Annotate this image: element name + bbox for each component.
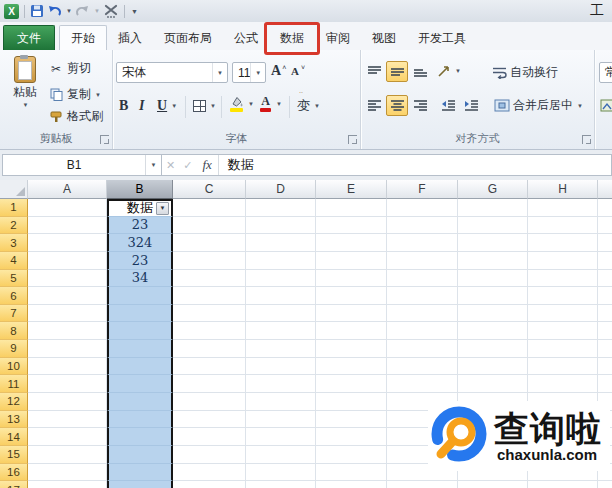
cell-D2[interactable] [246,217,316,235]
row-header-15[interactable]: 15 [0,446,28,464]
cell-E13[interactable] [316,411,387,429]
cell-F5[interactable] [387,270,458,288]
cell-D4[interactable] [246,252,316,270]
cell-filler-7[interactable] [598,305,612,323]
cell-A13[interactable] [28,411,107,429]
row-header-13[interactable]: 13 [0,411,28,429]
cell-C1[interactable] [173,199,246,217]
clipboard-dialog-launcher-icon[interactable] [100,135,109,144]
cell-H8[interactable] [528,322,598,340]
cell-F17[interactable] [387,481,458,488]
cell-D12[interactable] [246,393,316,411]
cell-G11[interactable] [458,375,528,393]
save-icon[interactable] [30,2,44,20]
cell-D15[interactable] [246,446,316,464]
cell-F2[interactable] [387,217,458,235]
cut-button[interactable]: ✂ 剪切 [48,60,91,77]
cell-filler-10[interactable] [598,358,612,376]
cell-B12[interactable] [107,393,173,411]
paste-button[interactable]: 粘贴 ▼ [8,56,42,108]
underline-button[interactable]: U ▼ [157,98,177,114]
bold-button[interactable]: B [119,98,128,114]
cell-B1[interactable]: 数据▼ [107,199,173,217]
cell-C16[interactable] [173,464,246,482]
row-header-14[interactable]: 14 [0,428,28,446]
cell-F6[interactable] [387,287,458,305]
column-header-E[interactable]: E [316,180,387,199]
cell-C5[interactable] [173,270,246,288]
undo-dropdown-icon[interactable]: ▼ [66,8,72,14]
column-header-A[interactable]: A [28,180,107,199]
cell-B2[interactable]: 23 [107,217,173,235]
tab-home[interactable]: 开始 [59,25,107,51]
cell-filler-9[interactable] [598,340,612,358]
merge-center-button[interactable]: 合并后居中 ▼ [494,97,583,114]
align-center-button[interactable] [386,95,408,116]
cell-D8[interactable] [246,322,316,340]
row-header-5[interactable]: 5 [0,270,28,288]
cell-A3[interactable] [28,234,107,252]
row-header-16[interactable]: 16 [0,464,28,482]
cell-F9[interactable] [387,340,458,358]
cell-D10[interactable] [246,358,316,376]
wrap-text-button[interactable]: 自动换行 [491,64,558,81]
cell-B13[interactable] [107,411,173,429]
cell-E3[interactable] [316,234,387,252]
cell-A14[interactable] [28,428,107,446]
cell-C2[interactable] [173,217,246,235]
cell-B14[interactable] [107,428,173,446]
align-top-button[interactable] [363,61,385,82]
cell-G7[interactable] [458,305,528,323]
row-header-9[interactable]: 9 [0,340,28,358]
row-header-6[interactable]: 6 [0,287,28,305]
cell-G2[interactable] [458,217,528,235]
orientation-button[interactable]: ▼ [437,64,461,78]
cell-F11[interactable] [387,375,458,393]
decrease-indent-button[interactable] [437,95,459,116]
cell-H9[interactable] [528,340,598,358]
cell-F10[interactable] [387,358,458,376]
tab-formulas[interactable]: 公式 [223,27,269,50]
cell-E10[interactable] [316,358,387,376]
cell-E8[interactable] [316,322,387,340]
shrink-font-button[interactable]: A˅ [291,65,305,77]
cell-E9[interactable] [316,340,387,358]
cell-A9[interactable] [28,340,107,358]
cell-E1[interactable] [316,199,387,217]
cell-filler-5[interactable] [598,270,612,288]
font-size-select[interactable]: 11 ▼ [232,62,266,83]
row-header-17[interactable]: 17 [0,481,28,488]
tab-developer[interactable]: 开发工具 [407,27,477,50]
cell-F4[interactable] [387,252,458,270]
cell-B17[interactable] [107,481,173,488]
column-header-G[interactable]: G [458,180,528,199]
cell-A5[interactable] [28,270,107,288]
cell-B16[interactable] [107,464,173,482]
cell-C6[interactable] [173,287,246,305]
italic-button[interactable]: I [139,98,144,114]
cell-E17[interactable] [316,481,387,488]
row-header-10[interactable]: 10 [0,358,28,376]
cell-C7[interactable] [173,305,246,323]
cell-A2[interactable] [28,217,107,235]
cell-B6[interactable] [107,287,173,305]
filter-dropdown-button[interactable]: ▼ [156,202,169,215]
cell-F8[interactable] [387,322,458,340]
row-header-4[interactable]: 4 [0,252,28,270]
cell-C9[interactable] [173,340,246,358]
align-right-button[interactable] [409,95,431,116]
row-header-7[interactable]: 7 [0,305,28,323]
format-painter-button[interactable]: 格式刷 [48,108,103,125]
tab-view[interactable]: 视图 [361,27,407,50]
cell-G9[interactable] [458,340,528,358]
customize-qat-icon[interactable]: ▼ [131,8,138,15]
row-header-3[interactable]: 3 [0,234,28,252]
alignment-dialog-launcher-icon[interactable] [582,135,591,144]
column-header-partial[interactable] [598,180,612,199]
cell-E14[interactable] [316,428,387,446]
tab-page-layout[interactable]: 页面布局 [153,27,223,50]
excel-logo-icon[interactable]: X [4,2,19,20]
grow-font-button[interactable]: A˄ [271,63,286,79]
cell-C14[interactable] [173,428,246,446]
align-left-button[interactable] [363,95,385,116]
